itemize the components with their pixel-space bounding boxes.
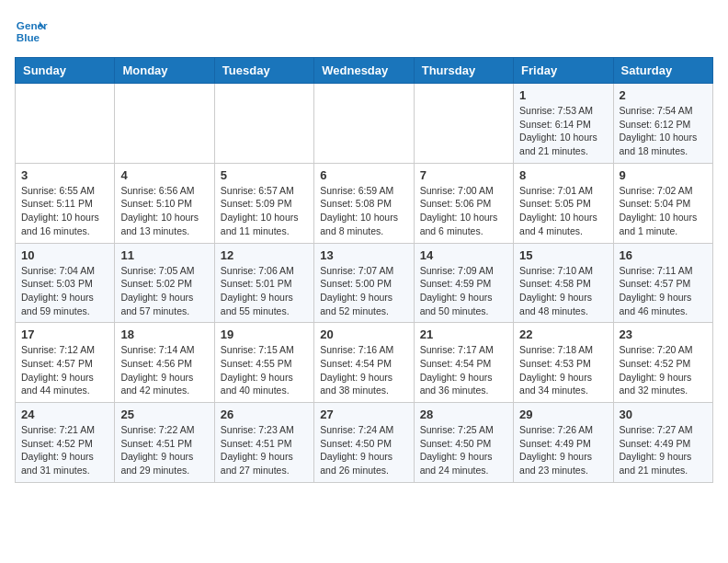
calendar-cell: 18Sunrise: 7:14 AM Sunset: 4:56 PM Dayli… (115, 323, 214, 403)
day-info: Sunrise: 7:21 AM Sunset: 4:52 PM Dayligh… (21, 423, 108, 477)
calendar-cell: 5Sunrise: 6:57 AM Sunset: 5:09 PM Daylig… (214, 163, 313, 243)
day-info: Sunrise: 7:10 AM Sunset: 4:58 PM Dayligh… (519, 264, 607, 318)
day-info: Sunrise: 7:20 AM Sunset: 4:52 PM Dayligh… (620, 343, 707, 397)
day-number: 4 (120, 168, 208, 182)
calendar-cell (115, 84, 214, 164)
day-number: 29 (519, 408, 607, 421)
day-info: Sunrise: 7:54 AM Sunset: 6:12 PM Dayligh… (620, 104, 707, 158)
day-info: Sunrise: 7:16 AM Sunset: 4:54 PM Dayligh… (320, 343, 407, 397)
calendar-cell: 28Sunrise: 7:25 AM Sunset: 4:50 PM Dayli… (414, 403, 513, 483)
day-number: 25 (120, 408, 208, 421)
weekday-header-saturday: Saturday (613, 58, 712, 84)
weekday-header-sunday: Sunday (16, 58, 115, 84)
calendar-cell (214, 84, 313, 164)
calendar-cell: 9Sunrise: 7:02 AM Sunset: 5:04 PM Daylig… (613, 163, 712, 243)
calendar-cell: 6Sunrise: 6:59 AM Sunset: 5:08 PM Daylig… (314, 163, 414, 243)
day-number: 16 (620, 248, 707, 262)
calendar-cell: 23Sunrise: 7:20 AM Sunset: 4:52 PM Dayli… (613, 323, 712, 403)
day-info: Sunrise: 7:12 AM Sunset: 4:57 PM Dayligh… (21, 343, 108, 397)
calendar-cell: 29Sunrise: 7:26 AM Sunset: 4:49 PM Dayli… (514, 403, 613, 483)
day-info: Sunrise: 7:17 AM Sunset: 4:54 PM Dayligh… (420, 343, 507, 397)
day-info: Sunrise: 7:25 AM Sunset: 4:50 PM Dayligh… (420, 423, 507, 477)
day-number: 19 (221, 327, 308, 341)
logo-icon: General Blue (15, 15, 48, 48)
calendar-cell (414, 84, 513, 164)
day-info: Sunrise: 7:06 AM Sunset: 5:01 PM Dayligh… (221, 264, 308, 318)
day-info: Sunrise: 7:18 AM Sunset: 4:53 PM Dayligh… (519, 343, 607, 397)
day-info: Sunrise: 7:11 AM Sunset: 4:57 PM Dayligh… (620, 264, 707, 318)
day-number: 2 (620, 88, 707, 102)
calendar-cell: 8Sunrise: 7:01 AM Sunset: 5:05 PM Daylig… (514, 163, 613, 243)
calendar-cell: 13Sunrise: 7:07 AM Sunset: 5:00 PM Dayli… (314, 243, 414, 323)
calendar-cell: 14Sunrise: 7:09 AM Sunset: 4:59 PM Dayli… (414, 243, 513, 323)
day-number: 11 (120, 248, 208, 262)
calendar-week-row: 24Sunrise: 7:21 AM Sunset: 4:52 PM Dayli… (16, 403, 713, 483)
weekday-header-friday: Friday (514, 58, 613, 84)
calendar-cell: 12Sunrise: 7:06 AM Sunset: 5:01 PM Dayli… (214, 243, 313, 323)
day-number: 1 (519, 88, 607, 102)
day-number: 30 (620, 408, 707, 421)
day-number: 9 (620, 168, 707, 182)
calendar-cell: 20Sunrise: 7:16 AM Sunset: 4:54 PM Dayli… (314, 323, 414, 403)
weekday-header-wednesday: Wednesday (314, 58, 414, 84)
calendar-cell: 21Sunrise: 7:17 AM Sunset: 4:54 PM Dayli… (414, 323, 513, 403)
calendar-cell: 3Sunrise: 6:55 AM Sunset: 5:11 PM Daylig… (16, 163, 115, 243)
calendar-cell: 11Sunrise: 7:05 AM Sunset: 5:02 PM Dayli… (115, 243, 214, 323)
page-header: General Blue (15, 15, 713, 48)
day-info: Sunrise: 6:59 AM Sunset: 5:08 PM Dayligh… (320, 184, 407, 238)
day-number: 21 (420, 327, 507, 341)
day-info: Sunrise: 7:53 AM Sunset: 6:14 PM Dayligh… (519, 104, 607, 158)
day-info: Sunrise: 7:05 AM Sunset: 5:02 PM Dayligh… (120, 264, 208, 318)
calendar-week-row: 17Sunrise: 7:12 AM Sunset: 4:57 PM Dayli… (16, 323, 713, 403)
svg-text:Blue: Blue (17, 31, 40, 43)
day-info: Sunrise: 7:15 AM Sunset: 4:55 PM Dayligh… (221, 343, 308, 397)
day-number: 3 (21, 168, 108, 182)
weekday-header-thursday: Thursday (414, 58, 513, 84)
day-number: 5 (221, 168, 308, 182)
calendar-cell: 19Sunrise: 7:15 AM Sunset: 4:55 PM Dayli… (214, 323, 313, 403)
day-number: 7 (420, 168, 507, 182)
day-number: 26 (221, 408, 308, 421)
day-info: Sunrise: 6:55 AM Sunset: 5:11 PM Dayligh… (21, 184, 108, 238)
day-info: Sunrise: 6:56 AM Sunset: 5:10 PM Dayligh… (120, 184, 208, 238)
day-number: 13 (320, 248, 407, 262)
calendar-cell: 16Sunrise: 7:11 AM Sunset: 4:57 PM Dayli… (613, 243, 712, 323)
day-number: 22 (519, 327, 607, 341)
day-number: 18 (120, 327, 208, 341)
day-info: Sunrise: 7:23 AM Sunset: 4:51 PM Dayligh… (221, 423, 308, 477)
calendar-cell: 17Sunrise: 7:12 AM Sunset: 4:57 PM Dayli… (16, 323, 115, 403)
day-number: 8 (519, 168, 607, 182)
day-number: 27 (320, 408, 407, 421)
calendar-header-row: SundayMondayTuesdayWednesdayThursdayFrid… (16, 58, 713, 84)
day-number: 24 (21, 408, 108, 421)
weekday-header-tuesday: Tuesday (214, 58, 313, 84)
day-info: Sunrise: 7:00 AM Sunset: 5:06 PM Dayligh… (420, 184, 507, 238)
calendar-table: SundayMondayTuesdayWednesdayThursdayFrid… (15, 57, 713, 483)
day-info: Sunrise: 7:09 AM Sunset: 4:59 PM Dayligh… (420, 264, 507, 318)
day-number: 23 (620, 327, 707, 341)
day-info: Sunrise: 7:24 AM Sunset: 4:50 PM Dayligh… (320, 423, 407, 477)
day-info: Sunrise: 7:02 AM Sunset: 5:04 PM Dayligh… (620, 184, 707, 238)
day-number: 6 (320, 168, 407, 182)
calendar-cell: 15Sunrise: 7:10 AM Sunset: 4:58 PM Dayli… (514, 243, 613, 323)
calendar-cell: 22Sunrise: 7:18 AM Sunset: 4:53 PM Dayli… (514, 323, 613, 403)
calendar-cell: 10Sunrise: 7:04 AM Sunset: 5:03 PM Dayli… (16, 243, 115, 323)
day-number: 20 (320, 327, 407, 341)
calendar-cell: 7Sunrise: 7:00 AM Sunset: 5:06 PM Daylig… (414, 163, 513, 243)
weekday-header-monday: Monday (115, 58, 214, 84)
day-number: 10 (21, 248, 108, 262)
day-number: 12 (221, 248, 308, 262)
day-info: Sunrise: 7:26 AM Sunset: 4:49 PM Dayligh… (519, 423, 607, 477)
day-info: Sunrise: 7:01 AM Sunset: 5:05 PM Dayligh… (519, 184, 607, 238)
calendar-cell: 30Sunrise: 7:27 AM Sunset: 4:49 PM Dayli… (613, 403, 712, 483)
calendar-cell (314, 84, 414, 164)
calendar-week-row: 10Sunrise: 7:04 AM Sunset: 5:03 PM Dayli… (16, 243, 713, 323)
calendar-cell (16, 84, 115, 164)
calendar-cell: 1Sunrise: 7:53 AM Sunset: 6:14 PM Daylig… (514, 84, 613, 164)
svg-text:General: General (17, 19, 48, 31)
day-number: 28 (420, 408, 507, 421)
calendar-cell: 2Sunrise: 7:54 AM Sunset: 6:12 PM Daylig… (613, 84, 712, 164)
day-info: Sunrise: 7:07 AM Sunset: 5:00 PM Dayligh… (320, 264, 407, 318)
logo: General Blue (15, 15, 48, 48)
day-info: Sunrise: 7:04 AM Sunset: 5:03 PM Dayligh… (21, 264, 108, 318)
